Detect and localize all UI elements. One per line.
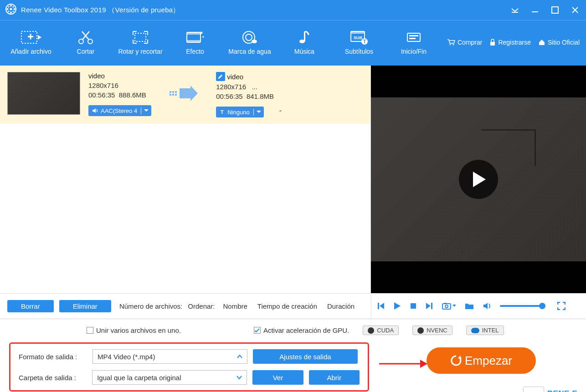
stop-icon[interactable]: [410, 302, 417, 310]
svg-point-16: [79, 39, 83, 44]
next-icon[interactable]: [425, 302, 433, 310]
minimize-icon[interactable]: [529, 5, 540, 15]
fullscreen-icon[interactable]: [557, 302, 565, 310]
site-link[interactable]: Sitio Oficial: [538, 39, 580, 46]
tool-subtitles[interactable]: SUBT Subtítulos: [332, 30, 386, 55]
svg-rect-10: [512, 12, 518, 13]
snapshot-icon[interactable]: [442, 302, 456, 310]
subtitle-dropdown[interactable]: TNinguno: [216, 107, 263, 117]
file-count-label: Número de archivos:: [119, 302, 182, 310]
tool-rotate-crop[interactable]: Rotar y recortar: [113, 30, 168, 55]
svg-point-36: [453, 44, 454, 45]
buy-link[interactable]: Comprar: [447, 39, 482, 46]
output-format-combo[interactable]: MP4 Video (*.mp4): [93, 349, 247, 364]
annotation-arrow-icon: [378, 358, 428, 370]
tool-watermark[interactable]: Marca de agua: [222, 30, 277, 55]
view-button[interactable]: Ver: [252, 370, 303, 385]
svg-rect-28: [351, 31, 365, 34]
svg-rect-20: [187, 32, 200, 35]
chevron-down-icon: [236, 376, 242, 379]
svg-rect-32: [407, 33, 420, 41]
cart-icon: [447, 39, 455, 46]
maximize-icon[interactable]: [550, 5, 560, 15]
gpu-label: Activar aceleración de GPU.: [263, 326, 349, 334]
preview-pane: [371, 66, 586, 293]
output-folder-value: Igual que la carpeta original: [97, 374, 181, 382]
register-link[interactable]: Registrarse: [489, 39, 531, 46]
open-folder-icon[interactable]: [464, 302, 474, 310]
svg-point-2: [10, 5, 12, 7]
close-icon[interactable]: [570, 5, 581, 15]
tool-add-file[interactable]: Añadir archivo: [4, 30, 58, 55]
bottom-panel: Unir varios archivos en uno. Activar ace…: [0, 319, 586, 392]
sort-by-time[interactable]: Tiempo de creación: [257, 302, 317, 310]
sort-by-duration[interactable]: Duración: [327, 302, 355, 310]
svg-rect-46: [411, 303, 416, 309]
svg-point-24: [252, 40, 257, 43]
volume-slider[interactable]: [500, 305, 545, 307]
start-button[interactable]: Empezar: [427, 347, 536, 374]
svg-point-23: [246, 34, 252, 41]
svg-rect-47: [431, 303, 432, 309]
convert-arrow-icon: [168, 85, 200, 105]
gpu-checkbox[interactable]: Activar aceleración de GPU.: [254, 326, 349, 334]
home-icon: [538, 39, 545, 46]
target-info: video 1280x716 ... 00:56:35 841.8MB: [216, 72, 291, 100]
clear-button[interactable]: Borrar: [7, 300, 54, 312]
svg-rect-12: [552, 7, 558, 13]
app-logo-icon: [5, 4, 16, 16]
prev-icon[interactable]: [377, 302, 385, 310]
merge-checkbox[interactable]: Unir varios archivos en uno.: [87, 326, 181, 334]
sort-label: Ordenar:: [188, 302, 215, 310]
source-name: video: [88, 72, 151, 80]
chevron-down-icon: [141, 109, 151, 112]
main-area: video 1280x716 00:56:35 888.6MB AAC(Ster…: [0, 66, 586, 293]
refresh-icon: [450, 355, 462, 367]
sort-by-name[interactable]: Nombre: [223, 302, 247, 310]
svg-point-3: [10, 12, 12, 14]
svg-rect-33: [409, 35, 418, 36]
svg-point-5: [14, 8, 15, 10]
player-controls: [371, 293, 586, 319]
output-settings-button[interactable]: Ajustes de salida: [253, 349, 358, 364]
file-list-pane: video 1280x716 00:56:35 888.6MB AAC(Ster…: [0, 66, 371, 293]
source-duration-size: 00:56:35 888.6MB: [88, 91, 151, 99]
svg-point-8: [8, 10, 9, 12]
lock-icon: [489, 39, 496, 46]
site-label: Sitio Oficial: [548, 39, 580, 46]
collapse-icon[interactable]: [509, 5, 520, 15]
tool-cut[interactable]: Cortar: [58, 30, 113, 55]
tool-label: Inicio/Fin: [401, 48, 427, 55]
svg-rect-42: [172, 94, 174, 96]
output-format-label: Formato de salida :: [19, 353, 87, 361]
edit-icon[interactable]: [216, 72, 225, 81]
source-resolution: 1280x716: [88, 81, 151, 89]
tool-label: Marca de agua: [228, 48, 271, 55]
delete-button[interactable]: Eliminar: [59, 300, 111, 312]
audio-dropdown[interactable]: AAC(Stereo 4: [88, 105, 151, 116]
svg-point-17: [88, 39, 93, 44]
svg-rect-45: [378, 303, 379, 309]
output-settings-box: Formato de salida : MP4 Video (*.mp4) Aj…: [9, 342, 369, 392]
svg-rect-21: [187, 40, 200, 42]
target-duration-size: 00:56:35 841.8MB: [216, 92, 291, 100]
svg-point-7: [12, 6, 14, 7]
svg-point-1: [10, 8, 12, 10]
register-label: Registrarse: [498, 39, 531, 46]
file-row[interactable]: video 1280x716 00:56:35 888.6MB AAC(Ster…: [0, 66, 370, 124]
tool-effect[interactable]: Efecto: [168, 30, 222, 55]
buy-label: Comprar: [457, 39, 482, 46]
open-button[interactable]: Abrir: [309, 370, 360, 385]
dash-label: -: [270, 107, 291, 117]
chevron-down-icon: [254, 111, 264, 113]
tool-music[interactable]: Música: [277, 30, 332, 55]
output-folder-label: Carpeta de salida :: [19, 374, 87, 382]
svg-rect-41: [170, 94, 171, 96]
output-folder-combo[interactable]: Igual que la carpeta original: [92, 370, 247, 385]
play-icon[interactable]: [393, 301, 401, 311]
tool-start-end[interactable]: Inicio/Fin: [386, 30, 441, 55]
target-name: video: [227, 73, 243, 81]
tool-label: Cortar: [77, 48, 95, 55]
chip-nvenc: NVENC: [412, 326, 452, 335]
volume-icon[interactable]: [483, 302, 492, 310]
